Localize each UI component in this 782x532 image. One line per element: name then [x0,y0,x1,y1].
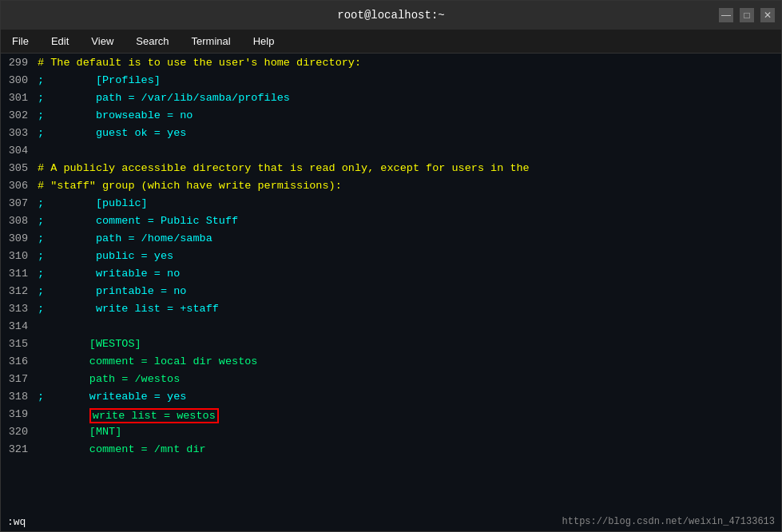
line-num-303: 303 [1,127,34,145]
line-content-302: ; browseable = no [34,109,781,127]
line-content-303: ; guest ok = yes [34,127,781,145]
line-309: 309 ; path = /home/samba [1,232,781,250]
line-content-307: ; [public] [34,197,781,215]
line-content-305: # A publicly accessible directory that i… [34,162,781,180]
line-num-310: 310 [1,250,34,268]
line-299: 299 # The default is to use the user's h… [1,57,781,74]
line-306: 306 # "staff" group (which have write pe… [1,180,781,197]
line-content-317: path = /westos [34,373,781,391]
title-bar: root@localhost:~ — □ ✕ [1,1,781,30]
line-content-318: ; writeable = yes [34,391,781,408]
line-num-316: 316 [1,355,34,373]
menu-file[interactable]: File [7,34,34,49]
maximize-button[interactable]: □ [740,8,754,22]
line-320: 320 [MNT] [1,426,781,443]
line-315: 315 [WESTOS] [1,338,781,355]
line-num-320: 320 [1,426,34,443]
line-num-312: 312 [1,285,34,303]
line-318: 318 ; writeable = yes [1,391,781,408]
line-content-319: write list = westos [34,408,781,426]
window-controls: — □ ✕ [719,8,775,22]
line-307: 307 ; [public] [1,197,781,215]
line-content-306: # "staff" group (which have write permis… [34,180,781,197]
line-num-305: 305 [1,162,34,180]
line-304: 304 [1,145,781,162]
command-status: :wq [7,516,26,528]
url-status: https://blog.csdn.net/weixin_47133613 [562,516,775,527]
line-content-304 [34,145,781,162]
status-bar: :wq https://blog.csdn.net/weixin_4713361… [1,512,781,531]
line-num-313: 313 [1,303,34,320]
line-content-301: ; path = /var/lib/samba/profiles [34,92,781,109]
code-lines: 299 # The default is to use the user's h… [1,57,781,461]
line-content-316: comment = local dir westos [34,355,781,373]
line-content-314 [34,320,781,338]
line-321: 321 comment = /mnt dir [1,443,781,461]
line-301: 301 ; path = /var/lib/samba/profiles [1,92,781,109]
close-button[interactable]: ✕ [760,8,775,22]
menu-edit[interactable]: Edit [46,34,73,49]
line-num-302: 302 [1,109,34,127]
line-num-300: 300 [1,74,34,92]
line-num-319: 319 [1,408,34,426]
line-312: 312 ; printable = no [1,285,781,303]
highlight-box-319: write list = westos [89,408,219,423]
menu-terminal[interactable]: Terminal [187,34,236,49]
line-content-310: ; public = yes [34,250,781,268]
menu-help[interactable]: Help [248,34,280,49]
line-content-313: ; write list = +staff [34,303,781,320]
line-num-306: 306 [1,180,34,197]
line-num-308: 308 [1,215,34,232]
line-317: 317 path = /westos [1,373,781,391]
line-300: 300 ; [Profiles] [1,74,781,92]
line-num-309: 309 [1,232,34,250]
line-319: 319 write list = westos [1,408,781,426]
terminal-window: root@localhost:~ — □ ✕ File Edit View Se… [0,0,782,532]
line-305: 305 # A publicly accessible directory th… [1,162,781,180]
line-content-312: ; printable = no [34,285,781,303]
line-313: 313 ; write list = +staff [1,303,781,320]
line-311: 311 ; writable = no [1,268,781,285]
minimize-button[interactable]: — [719,8,733,22]
menu-view[interactable]: View [86,34,118,49]
line-308: 308 ; comment = Public Stuff [1,215,781,232]
line-content-299: # The default is to use the user's home … [34,57,781,74]
menu-search[interactable]: Search [131,34,173,49]
line-num-301: 301 [1,92,34,109]
line-content-308: ; comment = Public Stuff [34,215,781,232]
line-num-311: 311 [1,268,34,285]
line-316: 316 comment = local dir westos [1,355,781,373]
line-content-320: [MNT] [34,426,781,443]
line-314: 314 [1,320,781,338]
line-num-317: 317 [1,373,34,391]
line-content-315: [WESTOS] [34,338,781,355]
line-310: 310 ; public = yes [1,250,781,268]
line-num-315: 315 [1,338,34,355]
line-content-321: comment = /mnt dir [34,443,781,461]
terminal-body[interactable]: 299 # The default is to use the user's h… [1,54,781,512]
line-302: 302 ; browseable = no [1,109,781,127]
line-content-309: ; path = /home/samba [34,232,781,250]
menu-bar: File Edit View Search Terminal Help [1,30,781,54]
line-num-321: 321 [1,443,34,461]
line-num-318: 318 [1,391,34,408]
line-num-299: 299 [1,57,34,74]
line-content-311: ; writable = no [34,268,781,285]
line-num-304: 304 [1,145,34,162]
line-content-300: ; [Profiles] [34,74,781,92]
window-title: root@localhost:~ [337,9,444,22]
line-303: 303 ; guest ok = yes [1,127,781,145]
line-num-307: 307 [1,197,34,215]
line-num-314: 314 [1,320,34,338]
